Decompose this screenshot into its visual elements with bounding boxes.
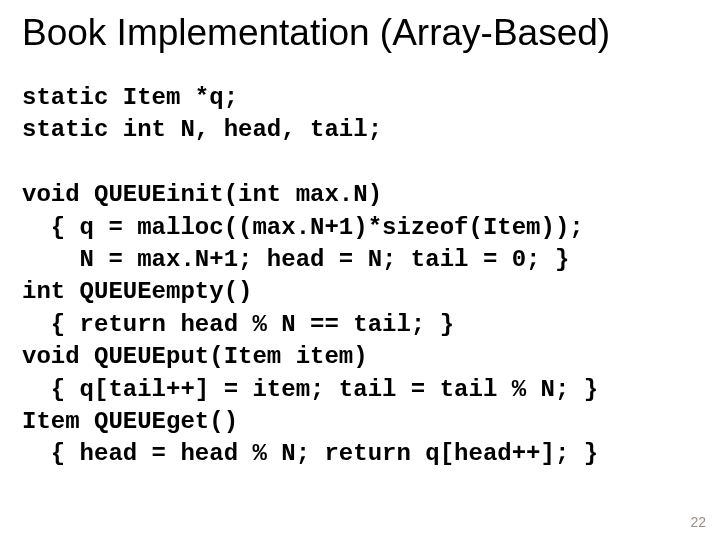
code-block: static Item *q; static int N, head, tail…	[22, 82, 698, 471]
page-number: 22	[690, 514, 706, 530]
slide: Book Implementation (Array-Based) static…	[0, 0, 720, 540]
slide-title: Book Implementation (Array-Based)	[22, 12, 698, 54]
